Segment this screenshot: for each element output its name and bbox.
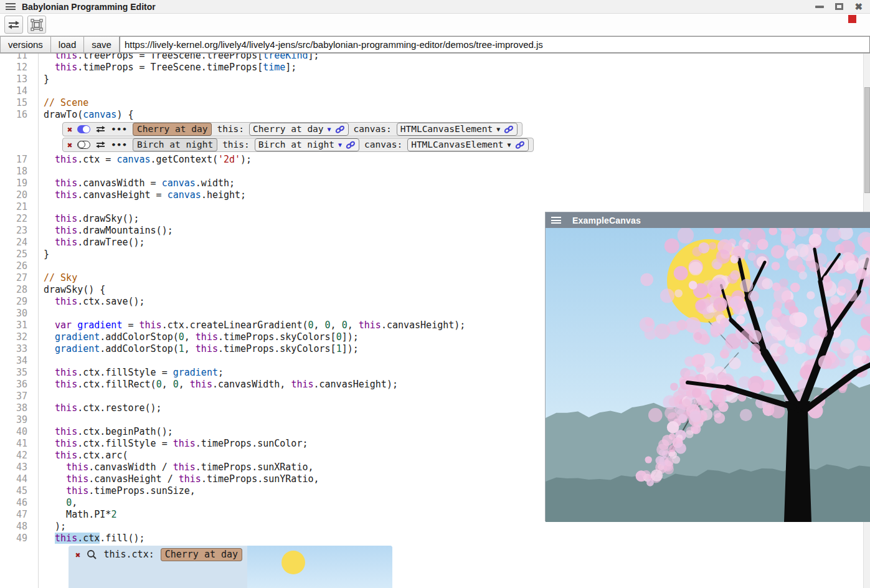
line-number: 31 xyxy=(0,320,39,331)
probe-widget-line: ✖this.ctx:Cherry at day xyxy=(0,544,863,588)
code-text: this.drawSky(); xyxy=(39,213,139,225)
code-text xyxy=(39,260,44,272)
delete-example-icon[interactable]: ✖ xyxy=(67,141,72,149)
code-text: this.ctx.fillStyle = this.timeProps.sunC… xyxy=(39,438,308,450)
code-text: 0, xyxy=(39,497,77,509)
line-number: 36 xyxy=(0,379,39,391)
code-text: Math.PI*2 xyxy=(39,509,116,521)
dropdown-caret-icon: ▼ xyxy=(508,142,511,148)
titlebar[interactable]: Babylonian Programming Editor ✖ xyxy=(0,0,870,14)
code-text: var gradient = this.ctx.createLinearGrad… xyxy=(39,320,465,331)
line-number: 23 xyxy=(0,225,39,237)
line-number: 44 xyxy=(0,473,39,485)
code-text xyxy=(39,391,44,402)
line-number: 38 xyxy=(0,402,39,414)
scrollbar-thumb[interactable] xyxy=(864,87,870,193)
swap-example-icon[interactable] xyxy=(95,141,106,149)
versions-button[interactable]: versions xyxy=(0,36,51,53)
line-number: 21 xyxy=(0,201,39,213)
code-text: this.ctx.fill(); xyxy=(39,533,145,544)
probe-example-badge[interactable]: Cherry at day xyxy=(161,548,242,561)
example-name-badge[interactable]: Cherry at day xyxy=(133,123,212,136)
dropdown-caret-icon: ▼ xyxy=(338,142,342,148)
select-bounds-icon xyxy=(31,19,43,31)
line-number: 37 xyxy=(0,391,39,402)
line-number: 26 xyxy=(0,260,39,272)
probe-expression: this.ctx: xyxy=(103,549,154,561)
maximize-icon[interactable] xyxy=(835,3,843,10)
param-label-canvas: canvas: xyxy=(364,139,402,151)
window-title: Babylonian Programming Editor xyxy=(22,2,156,12)
probe-widget: ✖this.ctx:Cherry at day xyxy=(69,546,392,588)
swap-icon xyxy=(7,20,20,30)
probe-canvas-preview xyxy=(247,546,392,588)
param-dropdown-canvas[interactable]: HTMLCanvasElement▼ xyxy=(407,138,528,151)
code-text: this.timeProps.sunSize, xyxy=(39,485,196,497)
code-text: this.canvasHeight / this.timeProps.sunYR… xyxy=(39,473,319,485)
chain-link-icon[interactable] xyxy=(335,125,345,134)
code-text: this.timeProps = TreeScene.timeProps[tim… xyxy=(39,62,296,74)
code-text: this.ctx.fillRect(0, 0, this.canvasWidth… xyxy=(39,379,398,391)
toggle-knob xyxy=(83,126,90,133)
code-text: this.canvasWidth / this.timeProps.sunXRa… xyxy=(39,462,314,473)
toggle-example-switch[interactable] xyxy=(77,141,90,149)
url-input[interactable] xyxy=(120,36,870,53)
code-text: this.ctx.arc( xyxy=(39,450,128,462)
example-widget-block: ✖•••Cherry at daythis:Cherry at day▼canv… xyxy=(62,122,534,152)
code-text xyxy=(39,355,44,367)
dropdown-caret-icon: ▼ xyxy=(496,126,500,133)
param-dropdown-this[interactable]: Cherry at day▼ xyxy=(249,123,349,136)
code-line: 16drawTo(canvas) { xyxy=(0,109,863,121)
line-number: 33 xyxy=(0,343,39,355)
tree-scene-canvas xyxy=(546,228,870,522)
load-button[interactable]: load xyxy=(51,36,84,53)
line-number: 11 xyxy=(0,54,39,62)
line-number: 42 xyxy=(0,450,39,462)
chain-link-icon[interactable] xyxy=(504,125,514,134)
line-number: 48 xyxy=(0,521,39,533)
line-number: 35 xyxy=(0,367,39,379)
example-canvas-titlebar[interactable]: ExampleCanvas xyxy=(546,212,870,228)
delete-probe-icon[interactable]: ✖ xyxy=(75,551,80,559)
swap-example-icon[interactable] xyxy=(95,125,106,133)
line-number: 39 xyxy=(0,414,39,426)
code-text: gradient.addColorStop(1, this.timeProps.… xyxy=(39,343,359,355)
line-number: 34 xyxy=(0,355,39,367)
select-bounds-button[interactable] xyxy=(27,16,46,34)
param-dropdown-canvas[interactable]: HTMLCanvasElement▼ xyxy=(397,123,518,136)
babylonian-programming-editor: Babylonian Programming Editor ✖ xyxy=(0,0,870,588)
more-options-icon[interactable]: ••• xyxy=(111,139,127,151)
dropdown-caret-icon: ▼ xyxy=(328,126,331,133)
magnifier-icon[interactable] xyxy=(87,549,97,560)
code-text: this.ctx.restore(); xyxy=(39,402,162,414)
chain-link-icon[interactable] xyxy=(515,141,525,149)
line-number: 45 xyxy=(0,485,39,497)
close-icon[interactable]: ✖ xyxy=(854,2,863,11)
more-options-icon[interactable]: ••• xyxy=(111,123,127,135)
delete-example-icon[interactable]: ✖ xyxy=(67,125,72,134)
minimize-icon[interactable] xyxy=(815,6,824,8)
code-text xyxy=(39,308,44,320)
line-number: 47 xyxy=(0,509,39,521)
dropdown-value: Birch at night xyxy=(258,139,334,151)
param-label-this: this: xyxy=(222,139,250,151)
toggle-example-switch[interactable] xyxy=(77,125,90,133)
example-name-badge[interactable]: Birch at night xyxy=(133,138,217,151)
code-text: drawSky() { xyxy=(39,284,105,296)
save-button[interactable]: save xyxy=(84,36,120,53)
window-controls: ✖ xyxy=(815,2,870,11)
code-text xyxy=(39,166,44,178)
code-text: this.canvasWidth = canvas.width; xyxy=(39,178,235,189)
menu-icon[interactable] xyxy=(6,3,16,10)
example-canvas-title: ExampleCanvas xyxy=(572,216,641,225)
line-number: 43 xyxy=(0,462,39,473)
dropdown-value: HTMLCanvasElement xyxy=(400,123,493,135)
code-text: this.ctx.save(); xyxy=(39,296,145,308)
swap-button[interactable] xyxy=(4,16,23,34)
menu-icon[interactable] xyxy=(551,217,561,224)
chain-link-icon[interactable] xyxy=(346,141,356,149)
code-text: ); xyxy=(39,521,66,533)
code-text: // Sky xyxy=(39,272,77,284)
code-line: 19 this.canvasWidth = canvas.width; xyxy=(0,178,863,189)
param-dropdown-this[interactable]: Birch at night▼ xyxy=(255,138,359,151)
